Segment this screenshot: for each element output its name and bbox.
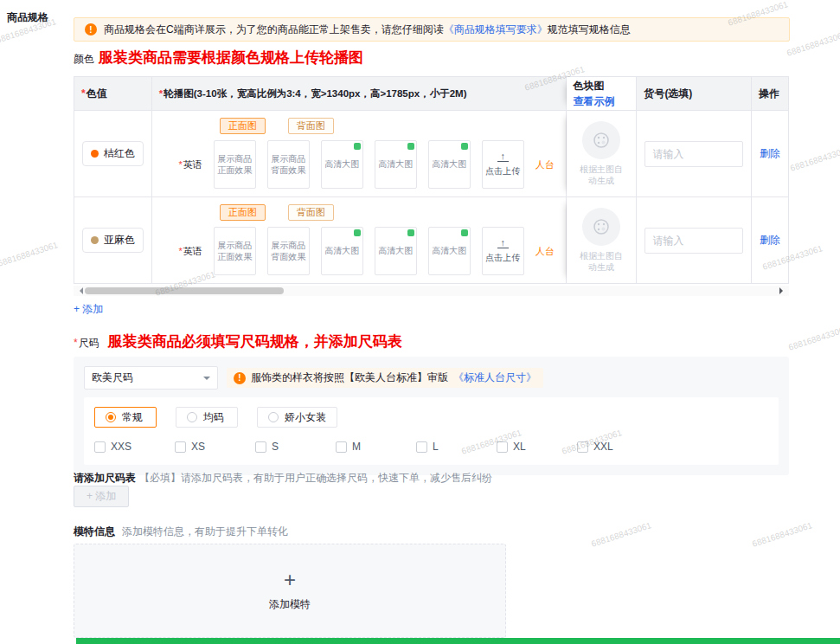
header-carousel-label: 轮播图(3-10张，宽高比例为3:4，宽>1340px，高>1785px，小于2… [164, 87, 466, 100]
swatch-caption: 根据主图自动生成 [576, 250, 626, 273]
upload-slot-front[interactable]: 展示商品正面效果 [214, 140, 256, 189]
scrollbar-thumb[interactable] [85, 287, 284, 294]
image-side-tabs: 正面图 背面图 [220, 204, 334, 221]
item-number-input[interactable] [644, 228, 743, 254]
size-panel: 欧美尺码 ! 服饰类的样衣将按照【欧美人台标准】审版 《标准人台尺寸》 常规 均… [74, 357, 789, 475]
image-side-tabs: 正面图 背面图 [220, 118, 334, 134]
section-label: 商品规格 [7, 10, 48, 25]
watermark: 6881688433061 [0, 240, 59, 268]
tab-front-image[interactable]: 正面图 [220, 204, 266, 221]
color-name: 桔红色 [104, 146, 135, 161]
color-spec-table: * 色值 * 轮播图(3-10张，宽高比例为3:4，宽>1340px，高>178… [74, 76, 789, 284]
upload-slot-back[interactable]: 展示商品背面效果 [267, 140, 310, 189]
size-standard-notice: ! 服饰类的样衣将按照【欧美人台标准】审版 《标准人台尺寸》 [227, 368, 543, 388]
color-field-header: 颜色 服装类商品需要根据颜色规格上传轮播图 [74, 48, 363, 68]
color-swatch-placeholder [582, 208, 620, 246]
size-checkbox-xxl[interactable]: XXL [577, 441, 657, 453]
color-dot [91, 150, 99, 158]
size-checkbox-xl[interactable]: XL [497, 441, 577, 453]
size-checkbox-s[interactable]: S [255, 441, 336, 453]
banner-text-after: 规范填写规格信息 [548, 23, 631, 35]
view-example-link[interactable]: 查看示例 [574, 94, 615, 109]
tab-front-image[interactable]: 正面图 [220, 118, 266, 134]
scroll-right-arrow[interactable] [779, 287, 786, 294]
color-name: 亚麻色 [104, 233, 135, 248]
model-info-hint: 添加模特信息，有助于提升下单转化 [122, 525, 288, 539]
table-header-row: * 色值 * 轮播图(3-10张，宽高比例为3:4，宽>1340px，高>178… [74, 77, 788, 110]
upload-slot-front[interactable]: 展示商品正面效果 [214, 227, 256, 275]
header-color-value-label: 色值 [87, 87, 107, 101]
product-spec-page: 商品规格 ! 商品规格会在C端商详展示，为了您的商品能正常上架售卖，请您仔细阅读… [0, 0, 840, 644]
item-no-cell [637, 197, 752, 283]
delete-row-link[interactable]: 删除 [760, 233, 780, 248]
radio-icon [106, 412, 116, 422]
upload-slot-hd-3[interactable]: 高清大图 [428, 227, 471, 275]
fit-options-row: 常规 均码 娇小女装 [94, 407, 768, 428]
size-chart-label: 请添加尺码表 [74, 471, 136, 486]
upload-slot-hd-1[interactable]: 高清大图 [321, 140, 363, 189]
sizes-row: XXS XS S M L [94, 441, 768, 453]
upload-row: *英语 展示商品正面效果 展示商品背面效果 高清大图 高清大图 高清大图 ↑ 点… [166, 227, 555, 275]
header-carousel: * 轮播图(3-10张，宽高比例为3:4，宽>1340px，高>1785px，小… [152, 77, 567, 110]
color-value-chip[interactable]: 桔红色 [82, 141, 144, 166]
mannequin-label: 人台 [535, 245, 555, 258]
info-icon: ! [85, 23, 97, 35]
color-row-2: 亚麻色 正面图 背面图 *英语 展示商品正面效果 展示商品背面效果 高清大图 高… [74, 196, 788, 283]
plus-icon: + [284, 570, 296, 590]
spec-notice-banner: ! 商品规格会在C端商详展示，为了您的商品能正常上架售卖，请您仔细阅读《商品规格… [74, 17, 790, 42]
size-standard-select[interactable]: 欧美尺码 [84, 366, 218, 390]
tab-back-image[interactable]: 背面图 [288, 118, 334, 134]
size-chart-hint: 【必填】请添加尺码表，有助于用户正确选择尺码，快速下单，减少售后纠纷 [139, 471, 492, 486]
add-model-label: 添加模特 [269, 597, 311, 612]
color-annotation: 服装类商品需要根据颜色规格上传轮播图 [99, 48, 363, 68]
color-value-chip[interactable]: 亚麻色 [82, 228, 144, 253]
size-checkbox-xxs[interactable]: XXS [94, 441, 175, 453]
horizontal-scrollbar[interactable] [74, 286, 789, 296]
model-info-header: 模特信息 添加模特信息，有助于提升下单转化 [74, 525, 288, 539]
size-options-panel: 常规 均码 娇小女装 XXS XS [84, 397, 779, 465]
mannequin-size-link[interactable]: 《标准人台尺寸》 [453, 370, 536, 385]
size-checkbox-xs[interactable]: XS [175, 441, 255, 453]
size-field-label: *尺码 [74, 336, 99, 351]
watermark: 6881688433061 [787, 324, 840, 352]
model-info-label: 模特信息 [74, 525, 115, 539]
add-color-link[interactable]: + 添加 [74, 302, 103, 317]
header-color-block: 色块图 查看示例 [567, 77, 638, 110]
color-swatch-placeholder [582, 121, 620, 159]
color-field-label: 颜色 [74, 52, 94, 67]
swatch-caption: 根据主图自动生成 [576, 164, 626, 186]
carousel-cell: 正面图 背面图 *英语 展示商品正面效果 展示商品背面效果 高清大图 高清大图 … [152, 111, 567, 196]
upload-button[interactable]: ↑ 点击上传 [482, 227, 524, 275]
upload-slot-hd-2[interactable]: 高清大图 [375, 227, 417, 275]
upload-slot-back[interactable]: 展示商品背面效果 [267, 227, 310, 275]
add-size-chart-button[interactable]: + 添加 [74, 486, 129, 507]
header-item-no-label: 货号(选填) [644, 87, 692, 101]
fit-option-one-size[interactable]: 均码 [176, 407, 238, 428]
notice-text: 服饰类的样衣将按照【欧美人台标准】审版 [251, 370, 448, 385]
color-value-cell: 桔红色 [74, 111, 152, 196]
fit-option-petite[interactable]: 娇小女装 [257, 407, 337, 428]
size-checkbox-m[interactable]: M [336, 441, 416, 453]
delete-row-link[interactable]: 删除 [760, 146, 780, 161]
add-model-box[interactable]: + 添加模特 [74, 544, 506, 638]
upload-slot-hd-2[interactable]: 高清大图 [375, 140, 417, 189]
language-label: *英语 [166, 158, 202, 171]
upload-button[interactable]: ↑ 点击上传 [482, 140, 524, 189]
spec-requirements-link[interactable]: 《商品规格填写要求》 [444, 23, 548, 35]
size-checkbox-l[interactable]: L [416, 441, 497, 453]
watermark: 6881688433061 [590, 520, 652, 549]
watermark: 6881688433061 [789, 145, 840, 173]
color-row-1: 桔红色 正面图 背面图 *英语 展示商品正面效果 展示商品背面效果 高清大图 高… [74, 110, 788, 196]
tab-back-image[interactable]: 背面图 [288, 204, 334, 221]
upload-slot-hd-1[interactable]: 高清大图 [321, 227, 363, 275]
upload-icon: ↑ [497, 151, 509, 162]
bottom-progress-bar [76, 638, 840, 644]
radio-icon [187, 412, 197, 422]
item-number-input[interactable] [644, 141, 743, 167]
checkbox-icon [497, 441, 508, 453]
upload-slot-hd-3[interactable]: 高清大图 [428, 140, 471, 189]
fit-option-regular[interactable]: 常规 [94, 407, 157, 428]
operation-cell: 删除 [752, 197, 788, 283]
header-color-block-label: 色块图 [574, 79, 605, 93]
scroll-left-arrow[interactable] [76, 287, 83, 294]
